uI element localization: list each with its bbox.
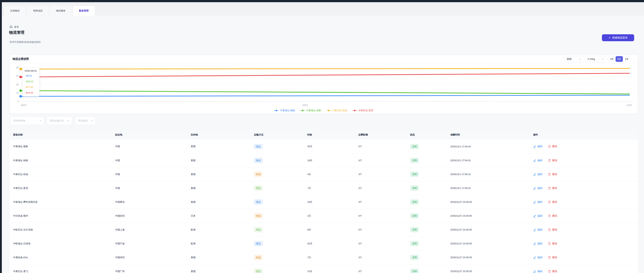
status-badge: 启用 xyxy=(410,144,419,149)
channel-name-cell: 中日快递-顺丰 xyxy=(13,214,115,217)
status-cell: 启用 xyxy=(410,227,450,232)
page-subtitle: 管理不同国家/渠道的物流报价 xyxy=(10,41,41,44)
tooltip-value: : ¥43.44 xyxy=(24,91,39,94)
edit-button[interactable]: 编辑 xyxy=(533,173,542,176)
legend-label: 中美空运-快递 xyxy=(332,109,347,112)
tab-item[interactable]: 配送管理 xyxy=(73,6,95,16)
delete-button[interactable]: 删除 xyxy=(548,256,557,259)
column-header: 状态 xyxy=(410,133,450,136)
filter-status-select[interactable]: 筛选状态 xyxy=(75,117,96,125)
trend-line xyxy=(20,68,630,69)
filter-shipping-method-select[interactable]: 筛选运输方式 xyxy=(47,117,72,125)
delete-button[interactable]: 删除 xyxy=(548,173,557,176)
trash-icon xyxy=(548,159,551,162)
shipping-mode-cell: 快递 xyxy=(254,213,307,218)
actions-cell: 编辑删除 xyxy=(533,214,638,217)
legend-label: 中美海运-快船 xyxy=(306,109,321,112)
range-tab[interactable]: 6月 xyxy=(616,56,623,62)
trash-icon xyxy=(548,256,551,259)
edit-pencil-icon xyxy=(533,270,536,273)
column-header: 起运地 xyxy=(115,133,191,136)
created-time-cell: 2025/12/1 17:54:31 xyxy=(450,187,533,189)
legend-line-marker xyxy=(326,109,331,112)
shipping-mode-cell: 空运 xyxy=(254,269,307,273)
filter-destination-select[interactable]: 筛选目的地 xyxy=(10,117,44,125)
filter-status-placeholder: 筛选状态 xyxy=(78,119,88,122)
legend-item[interactable]: 中美空运-快递 xyxy=(326,109,347,112)
status-cell: 启用 xyxy=(410,269,450,273)
channel-name-cell: 中美快递-DHL xyxy=(13,256,115,259)
column-header: 运费阶梯 xyxy=(358,133,410,136)
weight-range-select[interactable]: 0-20kg xyxy=(585,56,606,62)
create-channel-label: 新建物流渠道 xyxy=(612,36,628,39)
delete-button[interactable]: 删除 xyxy=(548,187,557,190)
home-icon xyxy=(10,25,13,29)
legend-item[interactable]: 中美空运-普货 xyxy=(352,109,373,112)
edit-button[interactable]: 编辑 xyxy=(533,256,542,259)
shipping-mode-cell: 空运 xyxy=(254,227,307,232)
actions-cell: 编辑删除 xyxy=(533,256,638,259)
tooltip-value: : ¥57.55 xyxy=(24,86,39,88)
edit-button[interactable]: 编辑 xyxy=(533,242,542,245)
edit-pencil-icon xyxy=(533,159,536,162)
delete-button[interactable]: 删除 xyxy=(548,228,557,231)
legend-item[interactable]: 中美海运-快船 xyxy=(300,109,321,112)
breadcrumb[interactable]: 首页 xyxy=(10,25,19,29)
table-header-row: 渠道名称起运地目的地运输方式时效运费阶梯状态创建时间操作 xyxy=(10,130,638,140)
shipping-mode-badge: 空运 xyxy=(254,269,263,273)
status-badge: 启用 xyxy=(410,269,419,273)
freight-trend-title: 物流运费趋势 xyxy=(12,57,29,61)
legend-item[interactable]: 中美海运-慢船 xyxy=(274,109,295,112)
delete-button[interactable]: 删除 xyxy=(548,214,557,217)
destination-cell: 英国 xyxy=(191,200,254,204)
edit-button[interactable]: 编辑 xyxy=(533,228,542,231)
breadcrumb-home-label[interactable]: 首页 xyxy=(14,25,19,29)
tab-item[interactable]: 头程物流 xyxy=(4,6,26,16)
duration-cell: 2天 xyxy=(307,214,358,217)
legend-line-marker xyxy=(274,109,279,112)
tooltip-value: : ¥9.04 xyxy=(24,74,39,77)
edit-button[interactable]: 编辑 xyxy=(533,187,542,190)
table-row: 中美海运-快船中国美国海运18天3个启用2025/12/1 17:54:31编辑… xyxy=(10,153,638,167)
status-badge: 启用 xyxy=(410,158,419,163)
delete-button[interactable]: 删除 xyxy=(548,270,557,273)
status-cell: 启用 xyxy=(410,158,450,163)
created-time-cell: 2025/11/27 23:35:00 xyxy=(450,201,533,203)
status-badge: 启用 xyxy=(410,227,419,232)
range-tab[interactable]: 1年 xyxy=(623,56,630,62)
delete-button[interactable]: 删除 xyxy=(548,145,557,148)
tiers-cell: 3个 xyxy=(358,145,410,148)
edit-button[interactable]: 编辑 xyxy=(533,214,542,217)
edit-button[interactable]: 编辑 xyxy=(533,159,542,162)
chevron-down-icon xyxy=(578,58,581,61)
delete-button[interactable]: 删除 xyxy=(548,159,557,162)
weight-range-value: 0-20kg xyxy=(588,58,595,60)
edit-button[interactable]: 编辑 xyxy=(533,270,542,273)
column-header: 操作 xyxy=(533,133,638,136)
window-left-edge xyxy=(0,0,2,273)
tooltip-value: : ¥19.13 xyxy=(24,80,39,83)
delete-label: 删除 xyxy=(552,200,557,204)
shipping-mode-badge: 空运 xyxy=(254,185,263,191)
table-row: 中美空运-快递中国美国快递4天3个启用2025/12/1 17:54:31编辑删… xyxy=(10,167,638,181)
tab-item[interactable]: 链路追踪 xyxy=(27,6,49,16)
edit-button[interactable]: 编辑 xyxy=(533,200,542,204)
create-channel-button[interactable]: + 新建物流渠道 xyxy=(602,34,634,41)
delete-button[interactable]: 删除 xyxy=(548,242,557,245)
edit-pencil-icon xyxy=(533,201,536,203)
edit-pencil-icon xyxy=(533,228,536,231)
range-tab[interactable]: 3月 xyxy=(608,56,616,62)
channel-name-cell: 中美海运-快船 xyxy=(13,159,115,162)
table-row: 中美空运-直飞中国广州美国空运15天3个启用2025/11/27 23:35:0… xyxy=(10,264,638,273)
channel-name-cell: 中欧空运-法兰克福 xyxy=(13,228,115,231)
destination-cell: 美国 xyxy=(191,159,254,162)
edit-button[interactable]: 编辑 xyxy=(533,145,542,148)
delete-button[interactable]: 删除 xyxy=(548,200,557,204)
edit-label: 编辑 xyxy=(538,242,542,245)
country-select[interactable]: 美国 xyxy=(564,56,583,62)
trend-chart[interactable]: 015304560 09/0110/0111/01 中美海运-慢船中美海运-快船… xyxy=(10,63,638,114)
status-badge: 启用 xyxy=(410,255,419,260)
actions-cell: 编辑删除 xyxy=(533,228,638,231)
trash-icon xyxy=(548,228,551,231)
tab-item[interactable]: 物流服务 xyxy=(50,6,72,16)
